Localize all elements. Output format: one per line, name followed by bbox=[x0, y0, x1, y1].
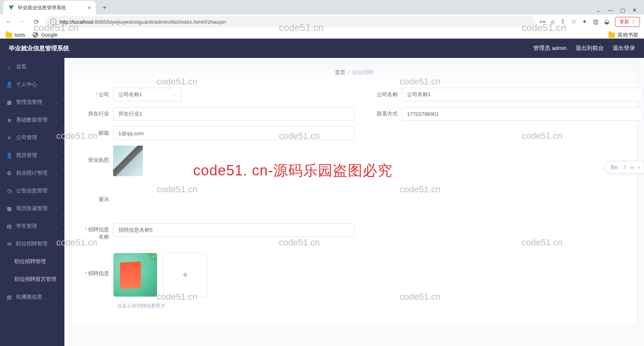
sidebar-item-resume[interactable]: 👤简历管理⌄ bbox=[0, 146, 64, 164]
company-select[interactable]: ⌄ bbox=[113, 88, 182, 101]
chevron-down-icon[interactable]: ⌄ bbox=[596, 7, 601, 13]
google-icon bbox=[32, 32, 39, 38]
url-input[interactable]: i http://localhost:8080/biyejiuyexinxigu… bbox=[45, 16, 535, 27]
upload-hint: 点击上传招聘信息照片 bbox=[117, 303, 627, 309]
update-button[interactable]: 更新⋮ bbox=[615, 17, 640, 27]
site-info-icon[interactable]: i bbox=[50, 19, 56, 25]
list-icon: ≡ bbox=[6, 135, 12, 141]
recruit-info-label: *招聘信息 bbox=[82, 270, 113, 277]
uploaded-image[interactable]: ✓ bbox=[113, 253, 157, 297]
user-icon: 👤 bbox=[6, 82, 12, 88]
forward-button[interactable]: → bbox=[18, 17, 27, 27]
moon-icon: ☽ bbox=[621, 164, 626, 170]
sidebar-item-recruit-comment[interactable]: 职位招聘留言管理 bbox=[0, 270, 64, 288]
sidebar-item-notice[interactable]: ◷公告信息管理⌄ bbox=[0, 182, 64, 200]
app-header: 毕业就业信息管理系统 管理员 admin 退出到前台 退出登录 bbox=[0, 39, 644, 58]
sidebar-item-home[interactable]: ⌂首页 bbox=[0, 58, 64, 76]
chevron-down-icon: ⌄ bbox=[55, 171, 58, 175]
company-name-label: 公司名称 bbox=[370, 91, 402, 98]
folder-icon bbox=[6, 33, 12, 38]
goto-front-button[interactable]: 退出到前台 bbox=[576, 45, 604, 52]
bookmark-other[interactable]: 其他书签 bbox=[609, 32, 638, 39]
maximize-icon[interactable]: ▢ bbox=[620, 7, 625, 13]
gear-icon: ⚙ bbox=[6, 170, 12, 176]
toolbar-right: ⊶ ⎋ ⇪ ☆ ✦ ▥ ◒ 更新⋮ bbox=[539, 17, 640, 27]
minimize-icon[interactable]: — bbox=[608, 7, 613, 13]
app-title: 毕业就业信息管理系统 bbox=[9, 45, 69, 52]
panel-icon[interactable]: ▥ bbox=[593, 18, 599, 25]
sidebar-item-apply[interactable]: ▦简历投递管理⌄ bbox=[0, 200, 64, 217]
sidebar-item-basedata[interactable]: ≣基础数据管理⌄ bbox=[0, 111, 64, 129]
url-port: :8080 bbox=[93, 19, 107, 25]
content-area: 首页 / 职位招聘 *公司 ⌄ 公司名称 bbox=[64, 58, 644, 346]
chevron-down-icon: ⌄ bbox=[55, 224, 58, 229]
sidebar-item-banner[interactable]: ▧轮播图信息⌄ bbox=[0, 288, 64, 306]
key-icon[interactable]: ⊶ bbox=[539, 18, 545, 25]
industry-label: 所在行业 bbox=[82, 111, 113, 117]
sidebar-item-stats[interactable]: ⚙就业统计管理⌄ bbox=[0, 164, 64, 182]
display-label: 展示 bbox=[82, 196, 113, 203]
home-icon: ⌂ bbox=[6, 64, 12, 70]
lang-label: En bbox=[611, 164, 617, 170]
reload-button[interactable]: ⟳ bbox=[31, 17, 41, 27]
breadcrumb: 首页 / 职位招聘 bbox=[71, 63, 637, 82]
chevron-down-icon: ⌄ bbox=[55, 206, 58, 211]
form-panel: 首页 / 职位招聘 *公司 ⌄ 公司名称 bbox=[71, 63, 638, 326]
current-user[interactable]: 管理员 admin bbox=[533, 45, 567, 52]
contact-input[interactable] bbox=[402, 107, 643, 121]
license-label: 营业执照 bbox=[82, 157, 113, 164]
bookmark-google[interactable]: Google bbox=[32, 32, 57, 38]
sidebar-item-student[interactable]: ▤学生管理⌄ bbox=[0, 217, 64, 235]
share-icon[interactable]: ⇪ bbox=[560, 18, 566, 25]
chevron-down-icon: ⌄ bbox=[55, 295, 58, 299]
email-input[interactable] bbox=[113, 126, 354, 140]
browser-tab[interactable]: 毕业就业信息管理系统 × bbox=[3, 1, 96, 14]
breadcrumb-current: 职位招聘 bbox=[353, 69, 374, 75]
chevron-down-icon: ⌄ bbox=[55, 136, 58, 140]
company-select-input[interactable] bbox=[113, 88, 182, 101]
vue-icon bbox=[8, 4, 14, 11]
window-controls: ⌄ — ▢ ✕ bbox=[596, 7, 644, 13]
bookmark-icon[interactable]: ☆ bbox=[571, 18, 576, 25]
arrow-right-icon: › bbox=[638, 164, 640, 170]
sidebar-item-admin[interactable]: ▦管理员管理⌄ bbox=[0, 93, 64, 111]
tab-bar: 毕业就业信息管理系统 × + ⌄ — ▢ ✕ bbox=[0, 0, 644, 14]
language-fab[interactable]: En ☽ ‹‹ › bbox=[605, 161, 644, 173]
sidebar: ⌂首页 👤个人中心⌄ ▦管理员管理⌄ ≣基础数据管理⌄ ≡公司管理⌄ 👤简历管理… bbox=[0, 58, 64, 346]
grid-icon: ▦ bbox=[6, 206, 12, 212]
plus-icon: + bbox=[182, 269, 188, 280]
translate-icon[interactable]: ⎋ bbox=[551, 19, 555, 25]
logout-button[interactable]: 退出登录 bbox=[613, 45, 635, 52]
company-label: *公司 bbox=[82, 91, 113, 98]
chevron-down-icon: ⌄ bbox=[55, 242, 58, 246]
close-icon[interactable]: × bbox=[88, 4, 91, 11]
doc-icon: ▤ bbox=[6, 223, 12, 229]
grid-icon: ▦ bbox=[6, 99, 12, 105]
recruit-name-input[interactable] bbox=[113, 223, 354, 237]
extensions-icon[interactable]: ✦ bbox=[582, 18, 587, 25]
upload-button[interactable]: + bbox=[163, 253, 207, 297]
license-image[interactable] bbox=[113, 146, 143, 176]
new-tab-button[interactable]: + bbox=[99, 2, 110, 13]
sidebar-item-recruit[interactable]: ✉职位招聘管理⌄ bbox=[0, 235, 64, 253]
image-icon: ▧ bbox=[6, 294, 12, 300]
browser-chrome: 毕业就业信息管理系统 × + ⌄ — ▢ ✕ ← → ⟳ i http://lo… bbox=[0, 0, 644, 39]
user-icon: 👤 bbox=[6, 152, 12, 159]
address-bar: ← → ⟳ i http://localhost:8080/biyejiuyex… bbox=[0, 14, 644, 29]
mail-icon: ✉ bbox=[6, 241, 12, 247]
profile-icon[interactable]: ◒ bbox=[604, 18, 609, 25]
sidebar-item-recruit-manage[interactable]: 职位招聘管理 bbox=[0, 253, 64, 270]
bookmark-tools[interactable]: tools bbox=[6, 32, 25, 38]
back-button[interactable]: ← bbox=[4, 17, 14, 27]
close-window-icon[interactable]: ✕ bbox=[632, 7, 637, 13]
sidebar-item-profile[interactable]: 👤个人中心⌄ bbox=[0, 76, 64, 93]
clock-icon: ◷ bbox=[6, 188, 12, 194]
company-name-input[interactable] bbox=[402, 88, 643, 101]
breadcrumb-home[interactable]: 首页 bbox=[335, 69, 345, 75]
industry-input[interactable] bbox=[113, 107, 354, 121]
recruit-name-label: *招聘信息名称 bbox=[82, 223, 113, 241]
url-host: http://localhost bbox=[60, 19, 93, 25]
sidebar-item-company[interactable]: ≡公司管理⌄ bbox=[0, 129, 64, 146]
chevron-down-icon: ⌄ bbox=[55, 189, 58, 193]
url-path: /biyejiuyexinxiguanli/admin/dist/index.h… bbox=[106, 19, 226, 25]
